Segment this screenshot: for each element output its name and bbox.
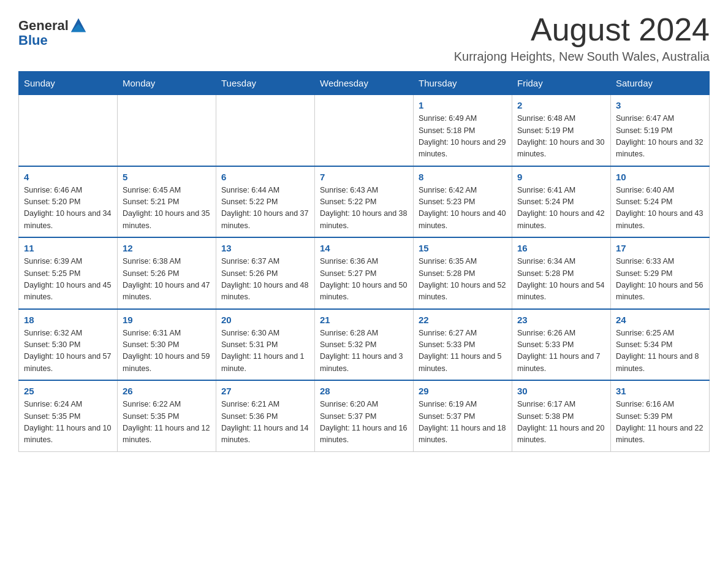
table-row: 21Sunrise: 6:28 AM Sunset: 5:32 PM Dayli…	[315, 309, 414, 381]
day-info: Sunrise: 6:45 AM Sunset: 5:21 PM Dayligh…	[123, 185, 211, 232]
table-row: 2Sunrise: 6:48 AM Sunset: 5:19 PM Daylig…	[512, 95, 611, 166]
calendar-week-row: 11Sunrise: 6:39 AM Sunset: 5:25 PM Dayli…	[19, 237, 710, 309]
table-row: 16Sunrise: 6:34 AM Sunset: 5:28 PM Dayli…	[512, 237, 611, 309]
day-info: Sunrise: 6:39 AM Sunset: 5:25 PM Dayligh…	[24, 256, 112, 304]
day-number: 11	[24, 243, 112, 253]
header-thursday: Thursday	[414, 72, 512, 95]
day-number: 18	[24, 315, 112, 325]
day-number: 9	[517, 172, 605, 182]
table-row: 12Sunrise: 6:38 AM Sunset: 5:26 PM Dayli…	[118, 237, 216, 309]
table-row: 24Sunrise: 6:25 AM Sunset: 5:34 PM Dayli…	[611, 309, 710, 381]
day-number: 23	[517, 315, 605, 325]
day-info: Sunrise: 6:38 AM Sunset: 5:26 PM Dayligh…	[123, 256, 211, 304]
day-info: Sunrise: 6:27 AM Sunset: 5:33 PM Dayligh…	[419, 327, 507, 375]
page-header: General Blue August 2024 Kurrajong Heigh…	[18, 12, 710, 64]
day-number: 15	[419, 243, 507, 253]
table-row: 11Sunrise: 6:39 AM Sunset: 5:25 PM Dayli…	[19, 237, 118, 309]
table-row: 14Sunrise: 6:36 AM Sunset: 5:27 PM Dayli…	[315, 237, 414, 309]
calendar-table: Sunday Monday Tuesday Wednesday Thursday…	[18, 71, 710, 452]
table-row: 6Sunrise: 6:44 AM Sunset: 5:22 PM Daylig…	[216, 166, 315, 238]
header-monday: Monday	[118, 72, 216, 95]
day-info: Sunrise: 6:30 AM Sunset: 5:31 PM Dayligh…	[221, 327, 309, 375]
day-info: Sunrise: 6:19 AM Sunset: 5:37 PM Dayligh…	[419, 399, 507, 446]
table-row: 18Sunrise: 6:32 AM Sunset: 5:30 PM Dayli…	[19, 309, 118, 381]
day-info: Sunrise: 6:35 AM Sunset: 5:28 PM Dayligh…	[419, 256, 507, 304]
day-info: Sunrise: 6:46 AM Sunset: 5:20 PM Dayligh…	[24, 185, 112, 232]
day-info: Sunrise: 6:20 AM Sunset: 5:37 PM Dayligh…	[320, 399, 408, 446]
day-info: Sunrise: 6:21 AM Sunset: 5:36 PM Dayligh…	[221, 399, 309, 446]
day-info: Sunrise: 6:36 AM Sunset: 5:27 PM Dayligh…	[320, 256, 408, 304]
table-row: 15Sunrise: 6:35 AM Sunset: 5:28 PM Dayli…	[414, 237, 512, 309]
day-info: Sunrise: 6:41 AM Sunset: 5:24 PM Dayligh…	[517, 185, 605, 232]
table-row: 27Sunrise: 6:21 AM Sunset: 5:36 PM Dayli…	[216, 380, 315, 451]
day-number: 25	[24, 386, 112, 396]
day-info: Sunrise: 6:22 AM Sunset: 5:35 PM Dayligh…	[123, 399, 211, 446]
table-row: 8Sunrise: 6:42 AM Sunset: 5:23 PM Daylig…	[414, 166, 512, 238]
table-row: 4Sunrise: 6:46 AM Sunset: 5:20 PM Daylig…	[19, 166, 118, 238]
title-area: August 2024 Kurrajong Heights, New South…	[454, 12, 710, 64]
table-row: 23Sunrise: 6:26 AM Sunset: 5:33 PM Dayli…	[512, 309, 611, 381]
day-number: 8	[419, 172, 507, 182]
day-number: 26	[123, 386, 211, 396]
day-number: 5	[123, 172, 211, 182]
day-number: 1	[419, 100, 507, 110]
day-info: Sunrise: 6:32 AM Sunset: 5:30 PM Dayligh…	[24, 327, 112, 375]
day-number: 24	[616, 315, 704, 325]
table-row	[118, 95, 216, 166]
table-row: 5Sunrise: 6:45 AM Sunset: 5:21 PM Daylig…	[118, 166, 216, 238]
logo-general-text: General	[18, 18, 69, 33]
day-info: Sunrise: 6:49 AM Sunset: 5:18 PM Dayligh…	[419, 113, 507, 161]
calendar-week-row: 1Sunrise: 6:49 AM Sunset: 5:18 PM Daylig…	[19, 95, 710, 166]
calendar-week-row: 18Sunrise: 6:32 AM Sunset: 5:30 PM Dayli…	[19, 309, 710, 381]
day-info: Sunrise: 6:28 AM Sunset: 5:32 PM Dayligh…	[320, 327, 408, 375]
table-row: 19Sunrise: 6:31 AM Sunset: 5:30 PM Dayli…	[118, 309, 216, 381]
table-row: 9Sunrise: 6:41 AM Sunset: 5:24 PM Daylig…	[512, 166, 611, 238]
day-number: 6	[221, 172, 309, 182]
logo: General Blue	[18, 18, 87, 48]
day-number: 28	[320, 386, 408, 396]
logo-blue-text: Blue	[18, 33, 87, 48]
day-info: Sunrise: 6:44 AM Sunset: 5:22 PM Dayligh…	[221, 185, 309, 232]
table-row: 31Sunrise: 6:16 AM Sunset: 5:39 PM Dayli…	[611, 380, 710, 451]
day-number: 4	[24, 172, 112, 182]
table-row: 30Sunrise: 6:17 AM Sunset: 5:38 PM Dayli…	[512, 380, 611, 451]
day-info: Sunrise: 6:48 AM Sunset: 5:19 PM Dayligh…	[517, 113, 605, 161]
day-info: Sunrise: 6:31 AM Sunset: 5:30 PM Dayligh…	[123, 327, 211, 375]
table-row: 22Sunrise: 6:27 AM Sunset: 5:33 PM Dayli…	[414, 309, 512, 381]
day-number: 30	[517, 386, 605, 396]
day-number: 21	[320, 315, 408, 325]
day-number: 2	[517, 100, 605, 110]
table-row: 28Sunrise: 6:20 AM Sunset: 5:37 PM Dayli…	[315, 380, 414, 451]
day-info: Sunrise: 6:34 AM Sunset: 5:28 PM Dayligh…	[517, 256, 605, 304]
table-row	[19, 95, 118, 166]
day-number: 7	[320, 172, 408, 182]
day-info: Sunrise: 6:42 AM Sunset: 5:23 PM Dayligh…	[419, 185, 507, 232]
day-info: Sunrise: 6:33 AM Sunset: 5:29 PM Dayligh…	[616, 256, 704, 304]
table-row: 3Sunrise: 6:47 AM Sunset: 5:19 PM Daylig…	[611, 95, 710, 166]
day-info: Sunrise: 6:16 AM Sunset: 5:39 PM Dayligh…	[616, 399, 704, 446]
header-saturday: Saturday	[611, 72, 710, 95]
day-number: 10	[616, 172, 704, 182]
header-tuesday: Tuesday	[216, 72, 315, 95]
day-number: 16	[517, 243, 605, 253]
day-info: Sunrise: 6:47 AM Sunset: 5:19 PM Dayligh…	[616, 113, 704, 161]
day-info: Sunrise: 6:25 AM Sunset: 5:34 PM Dayligh…	[616, 327, 704, 375]
location-title: Kurrajong Heights, New South Wales, Aust…	[454, 50, 710, 64]
weekday-header-row: Sunday Monday Tuesday Wednesday Thursday…	[19, 72, 710, 95]
header-sunday: Sunday	[19, 72, 118, 95]
table-row: 20Sunrise: 6:30 AM Sunset: 5:31 PM Dayli…	[216, 309, 315, 381]
table-row: 10Sunrise: 6:40 AM Sunset: 5:24 PM Dayli…	[611, 166, 710, 238]
day-info: Sunrise: 6:17 AM Sunset: 5:38 PM Dayligh…	[517, 399, 605, 446]
calendar-week-row: 25Sunrise: 6:24 AM Sunset: 5:35 PM Dayli…	[19, 380, 710, 451]
table-row: 1Sunrise: 6:49 AM Sunset: 5:18 PM Daylig…	[414, 95, 512, 166]
day-info: Sunrise: 6:26 AM Sunset: 5:33 PM Dayligh…	[517, 327, 605, 375]
table-row: 25Sunrise: 6:24 AM Sunset: 5:35 PM Dayli…	[19, 380, 118, 451]
table-row: 26Sunrise: 6:22 AM Sunset: 5:35 PM Dayli…	[118, 380, 216, 451]
day-number: 12	[123, 243, 211, 253]
table-row: 29Sunrise: 6:19 AM Sunset: 5:37 PM Dayli…	[414, 380, 512, 451]
day-number: 22	[419, 315, 507, 325]
day-number: 20	[221, 315, 309, 325]
day-number: 14	[320, 243, 408, 253]
header-friday: Friday	[512, 72, 611, 95]
table-row: 7Sunrise: 6:43 AM Sunset: 5:22 PM Daylig…	[315, 166, 414, 238]
